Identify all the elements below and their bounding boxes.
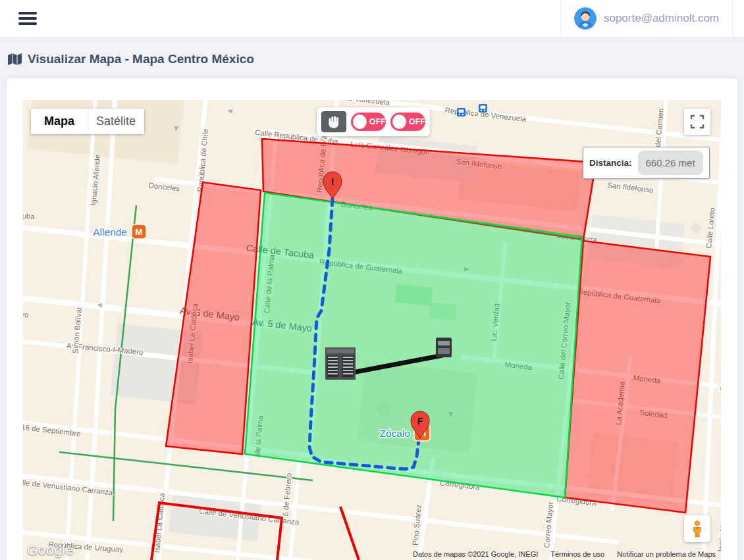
- toggle-knob: [353, 115, 367, 129]
- map-card: de VenezuelaRepública de VenezuelaCalle …: [7, 78, 737, 560]
- pan-tool-button[interactable]: [321, 111, 346, 132]
- user-avatar: [574, 7, 597, 30]
- pin-letter: I: [331, 176, 334, 187]
- google-logo[interactable]: Google: [27, 542, 74, 558]
- map-type-satellite-button[interactable]: Satélite: [88, 109, 144, 134]
- layer-toggle-2[interactable]: OFF: [390, 113, 425, 131]
- map-attribution: Datos de mapas ©2021 Google, INEGI Térmi…: [408, 549, 721, 559]
- street-label: yo: [23, 311, 29, 319]
- bus-stop-icon[interactable]: [479, 104, 487, 113]
- toggle-knob: [392, 115, 406, 129]
- hand-icon: [327, 115, 341, 129]
- pegman-button[interactable]: [684, 515, 710, 542]
- olt-device-icon[interactable]: [325, 347, 356, 380]
- report-problem-link[interactable]: Notificar un problema de Maps: [617, 550, 716, 558]
- bus-stop-icon[interactable]: [457, 108, 465, 116]
- distance-input[interactable]: [638, 151, 703, 175]
- map-book-icon: [8, 53, 22, 66]
- toggle-label: OFF: [409, 117, 425, 126]
- layer-toggle-1[interactable]: OFF: [351, 113, 386, 131]
- toggle-label: OFF: [369, 117, 386, 126]
- zone-east-red-overlay[interactable]: [565, 241, 710, 513]
- metro-icon-letter: M: [135, 227, 142, 237]
- page-head: Visualizar Mapa - Mapa Centro México: [0, 38, 744, 78]
- page-title: Visualizar Mapa - Mapa Centro México: [28, 52, 254, 66]
- zone-center-green-overlay[interactable]: [245, 193, 582, 497]
- map-tools-panel: OFF OFF: [317, 107, 430, 136]
- map-container[interactable]: de VenezuelaRepública de VenezuelaCalle …: [23, 100, 721, 560]
- onu-device-icon[interactable]: [436, 338, 452, 357]
- distance-panel: Distancia:: [583, 147, 710, 179]
- street-label: acuba: [23, 211, 36, 220]
- terms-link[interactable]: Términos de uso: [550, 550, 604, 558]
- map-type-map-button[interactable]: Mapa: [31, 109, 88, 134]
- metro-station-allende[interactable]: MAllende: [93, 224, 146, 239]
- fullscreen-icon: [690, 115, 704, 129]
- metro-station-label: Zócalo: [379, 428, 410, 439]
- pin-letter: F: [417, 416, 423, 426]
- distance-label: Distancia:: [589, 158, 632, 168]
- hamburger-menu-icon[interactable]: [18, 12, 37, 25]
- metro-station-label: Allende: [93, 226, 127, 238]
- user-email: soporte@adminolt.com: [604, 12, 719, 25]
- map-type-switch: Mapa Satélite: [31, 109, 144, 134]
- user-menu[interactable]: soporte@adminolt.com: [560, 0, 733, 37]
- pegman-icon: [690, 521, 704, 538]
- map-data-credit: Datos de mapas ©2021 Google, INEGI: [413, 550, 538, 558]
- topbar: soporte@adminolt.com: [0, 0, 744, 38]
- fullscreen-button[interactable]: [684, 109, 710, 135]
